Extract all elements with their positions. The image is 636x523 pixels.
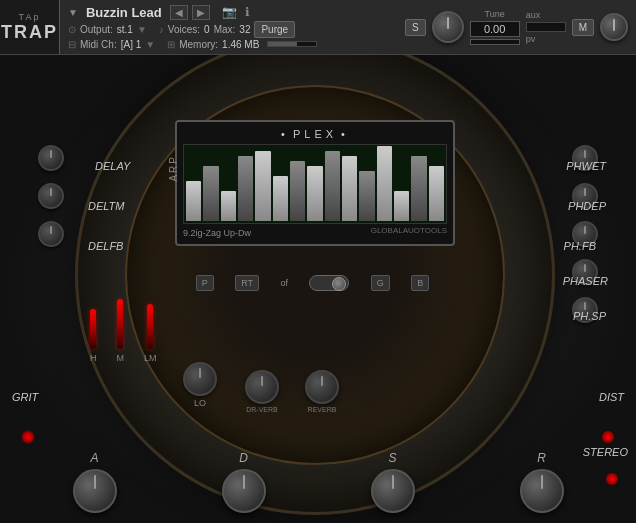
next-arrow[interactable]: ▶ (192, 5, 210, 20)
lm-fader: LM (144, 304, 157, 363)
camera-icon[interactable]: 📷 (222, 5, 237, 19)
instrument-name: Buzzin Lead (86, 5, 162, 20)
piano-roll[interactable] (183, 144, 447, 224)
h-fader: H (90, 309, 97, 363)
piano-bar-10[interactable] (359, 171, 374, 221)
rt-button[interactable]: RT (235, 275, 259, 291)
piano-bar-11[interactable] (377, 146, 392, 221)
m-fader-control[interactable] (117, 299, 123, 349)
deltm-label: DELTM (88, 200, 124, 212)
reverb-knob[interactable] (305, 370, 339, 404)
info-icon[interactable]: ℹ (245, 5, 250, 19)
left-knobs (38, 145, 64, 247)
r-knob-area: R (520, 451, 564, 513)
p-button[interactable]: P (196, 275, 214, 291)
pan-knob[interactable] (600, 13, 628, 41)
prev-arrow[interactable]: ◀ (170, 5, 188, 20)
piano-bar-9[interactable] (342, 156, 357, 221)
s-label: S (388, 451, 396, 465)
phaser-label: PHASER (563, 275, 608, 287)
trap-title: TRAP (1, 22, 58, 43)
output-icon: ⊙ (68, 24, 76, 35)
a-knob[interactable] (73, 469, 117, 513)
m-button[interactable]: M (572, 19, 594, 36)
phwet-label: PHWET (566, 160, 606, 172)
max-label: Max: (214, 24, 236, 35)
drverb-knob[interactable] (245, 370, 279, 404)
a-label: A (90, 451, 98, 465)
nav-arrows: ◀ ▶ (170, 5, 210, 20)
piano-bar-0[interactable] (186, 181, 201, 221)
s-knob[interactable] (371, 469, 415, 513)
piano-bar-14[interactable] (429, 166, 444, 221)
aux-pv-area: aux pv (526, 10, 566, 44)
purge-button[interactable]: Purge (254, 21, 295, 38)
reverb-area: REVERB (305, 370, 339, 413)
toggle-switch[interactable] (309, 275, 349, 291)
lm-fader-control[interactable] (147, 304, 153, 349)
instrument-name-row: ▼ Buzzin Lead ◀ ▶ 📷 ℹ (68, 5, 389, 20)
pattern-name: 9.2ig-Zag Up-Dw (183, 228, 251, 238)
b-button[interactable]: B (411, 275, 429, 291)
deltm-knob[interactable] (38, 183, 64, 209)
midi-icon: ⊟ (68, 39, 76, 50)
output-value: st.1 (117, 24, 133, 35)
memory-info: ⊞ Memory: 1.46 MB (167, 39, 317, 50)
piano-bar-3[interactable] (238, 156, 253, 221)
output-info: ⊙ Output: st.1 ▼ (68, 21, 147, 38)
grit-knob-area (22, 431, 34, 443)
piano-bar-5[interactable] (273, 176, 288, 221)
voices-info: ♪ Voices: 0 Max: 32 Purge (159, 21, 295, 38)
delay-knob[interactable] (38, 145, 64, 171)
d-knob-area: D (222, 451, 266, 513)
dist-knob[interactable] (602, 431, 614, 443)
tune-label: Tune (485, 9, 505, 19)
midi-value: [A] 1 (121, 39, 142, 50)
m-label: M (117, 353, 125, 363)
h-label: H (90, 353, 97, 363)
info-row-2: ⊟ Midi Ch: [A] 1 ▼ ⊞ Memory: 1.46 MB (68, 39, 389, 50)
phfb-label: PH.FB (564, 240, 596, 252)
aux-label: aux (526, 10, 566, 20)
delfb-knob[interactable] (38, 221, 64, 247)
aux-bar (526, 22, 566, 32)
dist-knob-area (602, 431, 614, 443)
right-controls: S Tune 0.00 aux pv M (397, 0, 636, 54)
piano-bar-13[interactable] (411, 156, 426, 221)
memory-icon: ⊞ (167, 39, 175, 50)
tune-area: Tune 0.00 (470, 9, 520, 45)
piano-bar-7[interactable] (307, 166, 322, 221)
info-row: ⊙ Output: st.1 ▼ ♪ Voices: 0 Max: 32 Pur… (68, 21, 389, 38)
volume-knob[interactable] (432, 11, 464, 43)
tune-bar[interactable] (470, 39, 520, 45)
main-area: DELAY DELTM DELFB PHWET PHDEP PH.FB PHAS… (0, 55, 636, 523)
piano-bar-1[interactable] (203, 166, 218, 221)
grit-knob[interactable] (22, 431, 34, 443)
piano-bar-12[interactable] (394, 191, 409, 221)
lo-knob[interactable] (183, 362, 217, 396)
grit-label: GRIT (12, 391, 38, 403)
r-knob[interactable] (520, 469, 564, 513)
midi-label: Midi Ch: (80, 39, 117, 50)
drverb-label: DR-VERB (246, 406, 278, 413)
plex-title: PLEX (183, 128, 447, 140)
lo-area: LO (183, 362, 217, 408)
piano-bar-2[interactable] (221, 191, 236, 221)
arp-label: ARP (168, 155, 179, 182)
piano-bar-4[interactable] (255, 151, 270, 221)
lm-label: LM (144, 353, 157, 363)
d-knob[interactable] (222, 469, 266, 513)
s-button[interactable]: S (405, 19, 426, 36)
trap-logo: TAp TRAP (0, 0, 60, 54)
h-fader-control[interactable] (90, 309, 96, 349)
memory-label: Memory: (179, 39, 218, 50)
output-label: Output: (80, 24, 113, 35)
delay-label: DELAY (95, 160, 130, 172)
dropdown-icon[interactable]: ▼ (68, 7, 78, 18)
plex-display: PLEX 9.2ig-Zag Up-Dw GLOBALAUOTOOLS (175, 120, 455, 246)
g-button[interactable]: G (371, 275, 390, 291)
piano-bar-6[interactable] (290, 161, 305, 221)
output-dropdown[interactable]: ▼ (137, 24, 147, 35)
midi-dropdown[interactable]: ▼ (145, 39, 155, 50)
piano-bar-8[interactable] (325, 151, 340, 221)
